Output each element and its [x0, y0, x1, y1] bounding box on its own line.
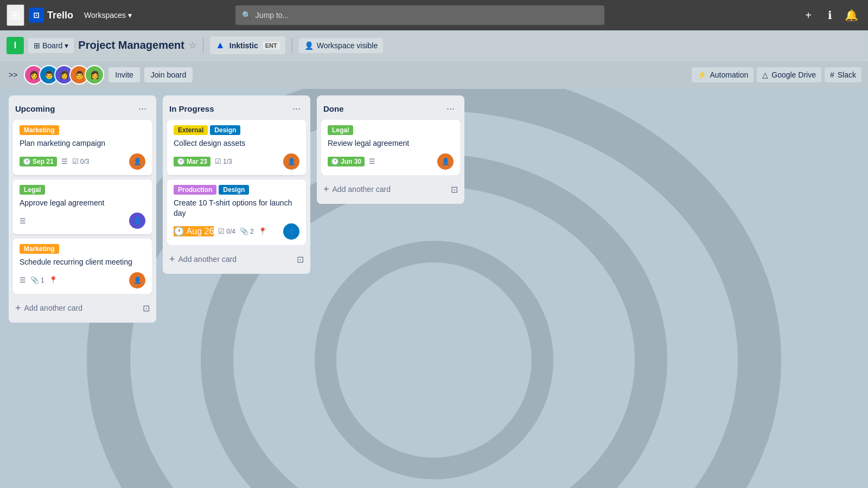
card-c4[interactable]: ExternalDesign Collect design assets 🕐 M… — [167, 120, 306, 175]
cards-done: Legal Review legal agreement 🕐 Jun 30☰ 👤 — [321, 120, 460, 175]
column-done: Done ··· Legal Review legal agreement 🕐 … — [317, 95, 464, 204]
avatar-face: 👤 — [133, 158, 142, 165]
slack-icon: # — [830, 70, 834, 79]
lightning-icon: ⚡ — [697, 70, 706, 79]
card-footer-c3: ☰📎1📍 👤 — [20, 272, 145, 288]
avatar-face: 👤 — [442, 158, 450, 165]
card-c1[interactable]: Marketing Plan marketing campaign 🕐 Sep … — [13, 120, 152, 175]
card-c5[interactable]: ProductionDesign Create 10 T-shirt optio… — [167, 179, 306, 245]
checklist-icon: ☑ — [72, 157, 79, 165]
column-menu-inprogress[interactable]: ··· — [289, 102, 304, 115]
collapse-sidebar-button[interactable]: >> — [7, 68, 20, 81]
info-button[interactable]: ℹ — [820, 5, 840, 25]
label-green: Legal — [20, 185, 45, 195]
column-menu-done[interactable]: ··· — [443, 102, 458, 115]
grid-icon[interactable]: ⊞ — [7, 4, 24, 26]
search-placeholder: Jump to... — [256, 11, 289, 20]
notifications-button[interactable]: 🔔 — [842, 5, 861, 25]
card-c3[interactable]: Marketing Schedule recurring client meet… — [13, 239, 152, 294]
template-icon: ⊡ — [451, 184, 458, 195]
user-avatar[interactable]: I — [7, 37, 24, 54]
star-icon[interactable]: ☆ — [189, 40, 196, 50]
board-header: I ⊞ Board ▾ Project Management ☆ ▲ Inkti… — [0, 30, 868, 61]
attachments-c5: 📎2 — [240, 227, 254, 235]
card-meta-c3: ☰📎1📍 — [20, 276, 58, 284]
invite-label: Invite — [115, 70, 133, 79]
nav-actions: + ℹ 🔔 — [799, 5, 861, 25]
card-avatar-c6: 👤 — [437, 153, 454, 170]
template-icon: ⊡ — [143, 303, 150, 313]
member-avatar-5[interactable]: 👩 — [85, 65, 104, 85]
workspace-badge[interactable]: ▲ Inktistic ENT — [210, 36, 285, 54]
checklist-c5: ☑0/4 — [218, 227, 235, 235]
card-labels-c6: Legal — [328, 125, 454, 135]
automation-button[interactable]: ⚡ Automation — [692, 67, 754, 82]
card-labels-c2: Legal — [20, 185, 145, 195]
invite-button[interactable]: Invite — [108, 67, 139, 82]
add-card-label: Add another card — [178, 255, 237, 264]
person-icon: 👤 — [304, 41, 314, 50]
card-avatar-c1: 👤 — [129, 153, 145, 170]
add-card-button-inprogress[interactable]: + Add another card ⊡ — [167, 249, 306, 269]
checklist-icon: ☑ — [215, 157, 221, 165]
plus-icon: + — [805, 9, 812, 22]
location-c5: 📍 — [258, 227, 267, 235]
visibility-button[interactable]: 👤 Workspace visible — [299, 38, 384, 53]
board-title: Project Management — [78, 39, 184, 52]
workspaces-button[interactable]: Workspaces ▾ — [80, 8, 136, 23]
location-c3: 📍 — [49, 276, 58, 284]
card-c2[interactable]: Legal Approve legal agreement ☰ 👤 — [13, 179, 152, 235]
column-title-done: Done — [323, 104, 344, 113]
paperclip-icon: 📎 — [30, 276, 39, 284]
desc-icon-c6: ☰ — [369, 157, 375, 165]
column-menu-upcoming[interactable]: ··· — [135, 102, 150, 115]
atlassian-icon: ▲ — [215, 40, 225, 51]
slack-label: Slack — [838, 70, 856, 79]
card-labels-c1: Marketing — [20, 125, 145, 135]
due-date-c5: 🕐 Aug 26 — [174, 226, 214, 236]
automation-label: Automation — [710, 70, 748, 79]
workspace-name: Inktistic — [229, 41, 258, 50]
card-footer-c2: ☰ 👤 — [20, 213, 145, 229]
card-meta-c4: 🕐 Mar 23☑1/3 — [174, 157, 232, 166]
card-footer-c1: 🕐 Sep 21☰☑0/3 👤 — [20, 153, 145, 170]
add-card-label: Add another card — [24, 304, 82, 312]
chevron-down-icon: ▾ — [65, 41, 68, 50]
top-nav: ⊞ ⊡ Trello Workspaces ▾ 🔍 Jump to... + ℹ… — [0, 0, 868, 30]
checklist-c1: ☑0/3 — [72, 157, 90, 165]
desc-icon-c2: ☰ — [20, 217, 26, 225]
card-title-c6: Review legal agreement — [328, 138, 454, 149]
column-header-done: Done ··· — [321, 100, 460, 120]
label-blue: Design — [210, 125, 240, 135]
drive-icon: △ — [762, 70, 768, 79]
column-title-upcoming: Upcoming — [15, 104, 55, 113]
plus-icon: + — [169, 254, 175, 265]
join-board-button[interactable]: Join board — [144, 67, 193, 82]
label-orange: Marketing — [20, 244, 59, 254]
card-title-c5: Create 10 T-shirt options for launch day — [174, 198, 299, 219]
card-footer-c6: 🕐 Jun 30☰ 👤 — [328, 153, 454, 170]
due-date-c1: 🕐 Sep 21 — [20, 157, 57, 166]
column-upcoming: Upcoming ··· Marketing Plan marketing ca… — [9, 95, 156, 323]
column-title-inprogress: In Progress — [169, 104, 214, 113]
card-c6[interactable]: Legal Review legal agreement 🕐 Jun 30☰ 👤 — [321, 120, 460, 175]
label-blue: Design — [219, 185, 249, 195]
clock-icon: 🕐 — [331, 158, 339, 165]
bell-icon: 🔔 — [845, 9, 858, 22]
avatar-face: 👤 — [133, 277, 142, 284]
card-title-c3: Schedule recurring client meeting — [20, 257, 145, 268]
board-view-button[interactable]: ⊞ Board ▾ — [28, 38, 74, 53]
info-icon: ℹ — [828, 9, 832, 22]
attachments-c3: 📎1 — [30, 276, 44, 284]
divider2 — [292, 38, 292, 53]
member-avatars: 👩 👨 👩 👨 👩 — [24, 65, 104, 85]
divider — [203, 38, 203, 53]
slack-button[interactable]: # Slack — [825, 67, 861, 82]
search-bar[interactable]: 🔍 Jump to... — [235, 5, 604, 25]
gdrive-button[interactable]: △ Google Drive — [757, 67, 821, 82]
add-card-button-done[interactable]: + Add another card ⊡ — [321, 179, 460, 200]
label-purple: Production — [174, 185, 216, 195]
logo: ⊡ Trello — [29, 8, 73, 23]
add-button[interactable]: + — [799, 5, 818, 25]
add-card-button-upcoming[interactable]: + Add another card ⊡ — [13, 298, 152, 318]
